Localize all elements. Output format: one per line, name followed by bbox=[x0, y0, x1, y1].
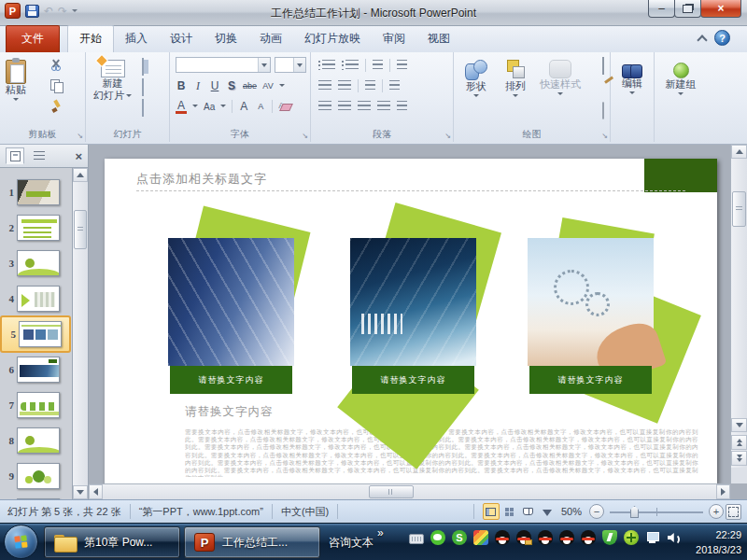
italic-button[interactable]: I bbox=[192, 79, 204, 93]
tab-review[interactable]: 审阅 bbox=[372, 26, 416, 52]
clear-formatting-button[interactable]: A bbox=[278, 101, 291, 112]
tab-design[interactable]: 设计 bbox=[159, 26, 204, 52]
reading-view-button[interactable] bbox=[520, 503, 537, 520]
image-group-2[interactable]: 请替换文字内容 bbox=[350, 238, 476, 394]
redo-icon[interactable]: ↷ bbox=[58, 5, 67, 18]
text-direction-button[interactable] bbox=[397, 60, 407, 71]
align-center-button[interactable] bbox=[338, 101, 351, 112]
bullets-button[interactable] bbox=[322, 60, 335, 71]
clipboard-dialog-launcher[interactable]: ↘ bbox=[77, 133, 83, 140]
taskbar-toolbar-label[interactable]: 咨询文本 bbox=[329, 524, 374, 560]
thumbnail-slide-8[interactable]: 8 bbox=[2, 424, 69, 457]
slide-title-placeholder[interactable]: 点击添加相关标题文字 bbox=[136, 171, 267, 188]
slide-image-2[interactable] bbox=[350, 238, 476, 366]
scroll-thumb[interactable] bbox=[732, 191, 746, 227]
align-right-button[interactable] bbox=[358, 101, 371, 112]
powerpoint-app-icon[interactable]: P bbox=[5, 3, 21, 19]
underline-button[interactable]: U bbox=[209, 79, 220, 92]
undo-icon[interactable]: ↶ bbox=[44, 5, 53, 18]
normal-view-button[interactable] bbox=[483, 503, 500, 520]
tab-slides-thumbnails[interactable] bbox=[6, 147, 24, 164]
decrease-indent-button[interactable] bbox=[318, 80, 331, 91]
copy-button[interactable] bbox=[49, 78, 63, 91]
next-slide-button[interactable] bbox=[731, 451, 747, 466]
strikethrough-button[interactable]: abe bbox=[243, 81, 257, 91]
zoom-in-button[interactable]: + bbox=[709, 504, 724, 519]
vertical-scrollbar[interactable] bbox=[730, 145, 747, 483]
shape-fill-button[interactable] bbox=[602, 58, 604, 75]
tab-insert[interactable]: 插入 bbox=[114, 26, 159, 52]
language-indicator[interactable]: 中文(中国) bbox=[281, 505, 329, 519]
body-heading-placeholder[interactable]: 请替换文字内容 bbox=[185, 404, 274, 420]
tab-file[interactable]: 文件 bbox=[6, 25, 60, 52]
taskbar-chevron[interactable]: » bbox=[377, 526, 384, 539]
bold-button[interactable]: B bbox=[176, 79, 187, 92]
text-shadow-button[interactable]: S bbox=[226, 79, 237, 92]
minimize-button[interactable]: – bbox=[648, 0, 675, 18]
image-caption-2[interactable]: 请替换文字内容 bbox=[352, 366, 474, 394]
change-case-button[interactable]: Aa bbox=[204, 102, 215, 112]
thumb-scroll-down-icon[interactable] bbox=[73, 485, 88, 499]
taskbar-clock[interactable]: 22:29 2018/3/23 bbox=[676, 527, 741, 557]
thumbnail-slide-1[interactable]: 1 bbox=[2, 175, 69, 209]
convert-smartart-button[interactable] bbox=[397, 101, 407, 112]
tab-outline[interactable] bbox=[30, 147, 49, 164]
font-dialog-launcher[interactable]: ↘ bbox=[302, 133, 308, 140]
green-plus-shield-icon[interactable] bbox=[624, 530, 639, 545]
minimize-ribbon-icon[interactable] bbox=[698, 34, 706, 42]
help-icon[interactable]: ? bbox=[714, 30, 730, 46]
green-shield-icon[interactable] bbox=[602, 530, 617, 545]
shape-effects-button[interactable] bbox=[602, 103, 604, 119]
slide-image-3[interactable] bbox=[528, 238, 654, 366]
quick-styles-button[interactable]: 快速样式 bbox=[536, 56, 585, 98]
hscroll-thumb[interactable] bbox=[369, 485, 414, 498]
tab-slideshow[interactable]: 幻灯片放映 bbox=[293, 26, 372, 52]
wechat-icon[interactable] bbox=[430, 530, 445, 545]
zoom-slider-handle[interactable] bbox=[630, 506, 639, 518]
increase-indent-button[interactable] bbox=[338, 80, 351, 91]
reset-button[interactable] bbox=[142, 79, 144, 96]
keyboard-icon[interactable] bbox=[409, 534, 424, 544]
drawing-dialog-launcher[interactable]: ↘ bbox=[601, 133, 608, 140]
qat-customize-dropdown-icon[interactable] bbox=[72, 9, 78, 15]
paragraph-dialog-launcher[interactable]: ↘ bbox=[444, 133, 451, 140]
image-group-3[interactable]: 请替换文字内容 bbox=[528, 238, 654, 394]
fit-slide-to-window-button[interactable] bbox=[726, 504, 741, 520]
tab-transitions[interactable]: 切换 bbox=[204, 26, 248, 52]
shrink-font-button[interactable]: A bbox=[255, 102, 266, 111]
qq-penguin-icon[interactable] bbox=[495, 530, 510, 545]
network-icon[interactable] bbox=[645, 531, 660, 546]
image-group-1[interactable]: 请替换文字内容 bbox=[168, 238, 294, 394]
scroll-down-icon[interactable] bbox=[731, 418, 747, 432]
thumb-scroll-thumb[interactable] bbox=[74, 210, 87, 249]
arrange-button[interactable]: 排列 bbox=[497, 56, 534, 100]
tab-home[interactable]: 开始 bbox=[67, 25, 114, 52]
close-button[interactable]: × bbox=[700, 0, 741, 18]
thumb-scroll-up-icon[interactable] bbox=[73, 168, 88, 182]
slide-canvas[interactable]: 点击添加相关标题文字 请替换文字内容 请替换文字内容 请替换文字内容 请替换文字… bbox=[105, 159, 717, 483]
pane-close-icon[interactable]: × bbox=[75, 150, 82, 162]
qq-penguin-filebox-icon[interactable] bbox=[516, 530, 531, 545]
new-slide-button[interactable]: 新建 幻灯片 bbox=[93, 56, 132, 102]
image-caption-1[interactable]: 请替换文字内容 bbox=[170, 366, 292, 394]
qq-penguin-icon[interactable] bbox=[581, 530, 596, 545]
zoom-slider[interactable] bbox=[610, 504, 703, 519]
qq-penguin-icon[interactable] bbox=[559, 530, 574, 545]
align-text-button[interactable] bbox=[389, 80, 400, 91]
slide-show-button[interactable] bbox=[539, 503, 556, 520]
slide-sorter-button[interactable] bbox=[501, 503, 518, 520]
restore-button[interactable] bbox=[674, 0, 701, 18]
rainbow-app-icon[interactable] bbox=[473, 530, 488, 545]
section-button[interactable] bbox=[142, 100, 144, 117]
horizontal-scrollbar[interactable] bbox=[89, 483, 730, 499]
cut-button[interactable] bbox=[49, 58, 63, 71]
columns-button[interactable] bbox=[365, 80, 375, 91]
tab-view[interactable]: 视图 bbox=[416, 26, 461, 52]
scroll-right-icon[interactable] bbox=[716, 484, 730, 499]
numbering-button[interactable] bbox=[345, 60, 359, 71]
new-group-button[interactable]: 新建组 bbox=[662, 56, 699, 98]
format-painter-button[interactable] bbox=[49, 99, 63, 112]
thumbnail-slide-7[interactable]: 7 bbox=[2, 388, 69, 422]
slide-image-1[interactable] bbox=[168, 238, 294, 366]
font-name-combo[interactable] bbox=[176, 57, 271, 73]
